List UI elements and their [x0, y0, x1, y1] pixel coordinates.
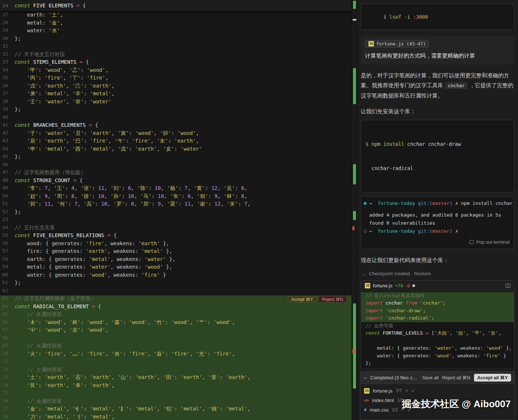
token: 'metal'	[44, 406, 66, 412]
code-line-48[interactable]: 48const STROKE_COUNT = {	[0, 177, 352, 185]
token: ,	[51, 201, 57, 207]
token: 'earth'	[44, 374, 66, 380]
code-line-49[interactable]: 49 '李': 7, '王': 4, '张': 11, '刘': 6, '陈':…	[0, 185, 352, 193]
token: 'earth'	[135, 146, 157, 152]
code-line-33[interactable]: 33const STEMS_ELEMENTS = {	[0, 59, 352, 67]
code-line-32[interactable]: 32// 天干地支五行对应	[0, 51, 352, 59]
token: ,	[66, 83, 72, 89]
token: npm install	[371, 141, 407, 147]
code-text: // 土属性部首	[15, 366, 352, 375]
line-number: 30	[0, 36, 15, 44]
code-line-64[interactable]: 64const RADICAL_TO_ELEMENT = {	[0, 303, 352, 312]
code-line-57[interactable]: 57 fire: { generates: 'earth', weakens: …	[0, 248, 352, 256]
code-line-71[interactable]: 71	[0, 358, 352, 366]
code-line-46[interactable]: 46	[0, 162, 352, 170]
code-line-29[interactable]: 29 water: '水'	[0, 27, 352, 36]
code-line-50[interactable]: 50 '赵': 9, '周': 8, '徐': 10, '孙': 10, '马'…	[0, 193, 352, 201]
terminal-output-block[interactable]: → fortune-today git:(master) ✗ npm insta…	[361, 196, 514, 249]
code-line-37[interactable]: 37 '庚': 'metal', '辛': 'metal',	[0, 91, 352, 99]
token: '未'	[157, 138, 168, 144]
token	[15, 366, 27, 372]
token: :	[148, 185, 155, 191]
code-line-40[interactable]: 40	[0, 114, 352, 122]
code-line-28[interactable]: 28 metal: '金',	[0, 20, 352, 28]
code-line-38[interactable]: 38 '壬': 'water', '癸': 'water'	[0, 99, 352, 107]
code-line-67[interactable]: 67 '屮': 'wood', '韭': 'wood',	[0, 327, 352, 335]
token: 'fire'	[129, 351, 148, 357]
reject-all-button[interactable]: Reject all ⌘N	[442, 375, 470, 380]
code-line-36[interactable]: 36 '戊': 'earth', '己': 'earth',	[0, 83, 352, 91]
token: '炎'	[111, 351, 123, 357]
diff-card-header[interactable]: JS fortune.js +74 -8	[361, 281, 514, 291]
code-line-52[interactable]: 52};	[0, 209, 352, 217]
ruler-mark-green	[353, 164, 356, 184]
code-line-60[interactable]: 60 water: { generates: 'wood', weakens: …	[0, 272, 352, 280]
code-editor[interactable]: 27 earth: '土',28 metal: '金',29 water: '水…	[0, 0, 352, 420]
code-line-42[interactable]: 42 '子': 'water', '丑': 'earth', '寅': 'woo…	[0, 130, 352, 138]
npm-install-block[interactable]: $ npm install cnchar cnchar-draw cnchar-…	[361, 120, 514, 192]
code-line-65[interactable]: 65 // 木属性部首	[0, 311, 352, 319]
code-line-75[interactable]: 75	[0, 390, 352, 398]
code-line-77[interactable]: 77 '金': 'metal', '钅': 'metal', '釒': 'met…	[0, 406, 352, 414]
code-line-55[interactable]: 55const FIVE_ELEMENTS_RELATIONS = {	[0, 232, 352, 240]
accept-file-icon[interactable]: ✓	[411, 388, 415, 393]
code-line-34[interactable]: 34 '甲': 'wood', '乙': 'wood',	[0, 67, 352, 75]
sticky-scroll-line[interactable]: 24 const FIVE_ELEMENTS = {	[0, 0, 352, 11]
code-line-61[interactable]: 61};	[0, 280, 352, 288]
accept-button[interactable]: Accept ⌘Y	[288, 296, 316, 302]
code-line-62[interactable]: 62	[0, 288, 352, 296]
code-line-41[interactable]: 41const BRANCHES_ELEMENTS = {	[0, 122, 352, 130]
code-line-51[interactable]: 51 '郭': 11, '何': 7, '高': 10, '罗': 8, '郑'…	[0, 201, 352, 209]
terminal-command-box[interactable]: $ lsof -i :3000	[361, 4, 514, 30]
token: wood: { generates:	[15, 240, 86, 246]
overview-ruler[interactable]	[352, 0, 357, 420]
open-diff-icon[interactable]	[506, 284, 510, 288]
context-file-chip[interactable]: JS fortune.js (43-47)	[365, 40, 429, 48]
code-line-69[interactable]: 69 // 火属性部首	[0, 343, 352, 351]
code-line-45[interactable]: 45};	[0, 154, 352, 162]
code-line-44[interactable]: 44 '申': 'metal', '酉': 'metal', '戌': 'ear…	[0, 146, 352, 154]
code-line-73[interactable]: 73 '土': 'earth', '石': 'earth', '山': 'ear…	[0, 374, 352, 382]
chevron-down-icon[interactable]	[364, 375, 367, 379]
line-number: 72	[0, 366, 15, 375]
code-line-30[interactable]: 30};	[0, 36, 352, 44]
code-line-59[interactable]: 59 metal: { generates: 'water', weakens:…	[0, 264, 352, 272]
code-line-63[interactable]: 63// 汉字五行属性映射（基于部首）Accept ⌘YReject ⌘N	[0, 295, 352, 303]
code-line-43[interactable]: 43 '辰': 'earth', '巳': 'fire', '午': 'fire…	[0, 138, 352, 146]
code-line-31[interactable]: 31	[0, 43, 352, 51]
code-line-56[interactable]: 56 wood: { generates: 'fire', weakens: '…	[0, 240, 352, 248]
token: ,	[151, 138, 157, 144]
pop-out-terminal-link[interactable]: Pop out terminal	[361, 235, 514, 248]
restore-link[interactable]: Restore	[414, 271, 431, 276]
code-line-78[interactable]: 78 '刀': 'metal', '刂': 'metal',	[0, 414, 352, 420]
diff-line: metal: { generates: 'water', weakens: 'w…	[361, 345, 514, 352]
code-line-58[interactable]: 58 earth: { generates: 'metal', weakens:…	[0, 256, 352, 264]
token: 'water'	[434, 345, 455, 351]
token: {	[82, 3, 85, 8]
file-row-fortune.js[interactable]: JSfortune.js7/7×✓	[364, 386, 511, 395]
reject-file-icon[interactable]: ×	[405, 388, 408, 393]
code-line-70[interactable]: 70 '火': 'fire', '灬': 'fire', '炎': 'fire'…	[0, 351, 352, 359]
code-line-35[interactable]: 35 '丙': 'fire', '丁': 'fire',	[0, 75, 352, 83]
code-line-68[interactable]: 68	[0, 335, 352, 343]
code-line-72[interactable]: 72 // 土属性部首	[0, 366, 352, 375]
token: :	[65, 193, 71, 199]
inline-diff-actions: Accept ⌘YReject ⌘N	[288, 296, 346, 302]
assistant-panel: $ lsof -i :3000 JS fortune.js (43-47) 计算…	[357, 0, 518, 420]
code-line-66[interactable]: 66 '木': 'wood', '林': 'wood', '森': 'wood'…	[0, 319, 352, 327]
code-line-47[interactable]: 47// 汉字笔画数据库（简化版）	[0, 169, 352, 177]
code-line-76[interactable]: 76 // 金属性部首	[0, 398, 352, 406]
token: 'cnchar'	[420, 300, 443, 306]
token: // 五行生克关系	[15, 225, 55, 231]
accept-all-button[interactable]: Accept all ⌘Y	[474, 374, 511, 382]
code-line-27[interactable]: 27 earth: '土',	[0, 12, 352, 20]
code-line-53[interactable]: 53	[0, 217, 352, 225]
code-line-39[interactable]: 39};	[0, 106, 352, 114]
token: {	[114, 232, 117, 238]
code-line-74[interactable]: 74 '艮': 'earth', '阜': 'earth',	[0, 382, 352, 390]
code-line-54[interactable]: 54// 五行生克关系	[0, 225, 352, 233]
save-all-button[interactable]: Save all	[422, 375, 438, 380]
review-bottom-panel: Completed (3 files ch... Save all Reject…	[360, 371, 515, 420]
reject-button[interactable]: Reject ⌘N	[319, 296, 346, 302]
token: '甲'	[27, 67, 38, 73]
